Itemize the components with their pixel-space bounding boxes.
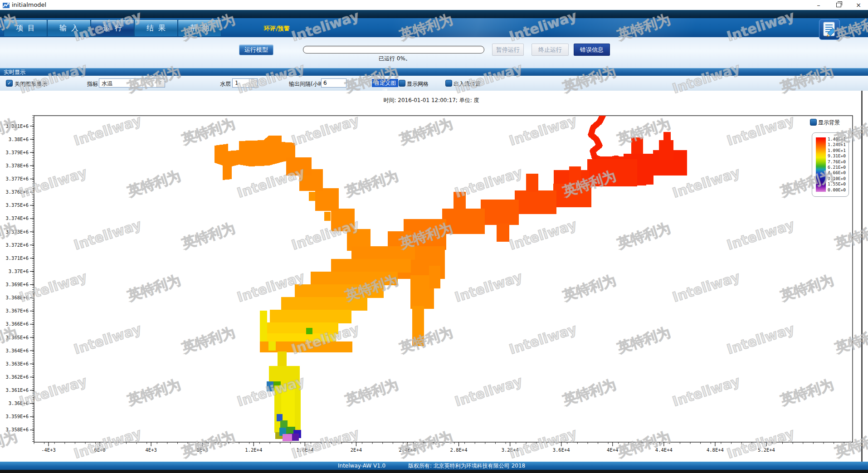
legend-value: 9.31E+0: [828, 153, 848, 159]
flow-position-checkbox[interactable]: [445, 80, 452, 87]
top-dark-strip: [0, 10, 868, 18]
svg-text:-4E+3: -4E+3: [41, 447, 56, 453]
title-bar: initialmodel – ×: [0, 0, 868, 10]
svg-text:3.375E+6: 3.375E+6: [5, 202, 29, 208]
stop-run-button[interactable]: 终止运行: [532, 44, 569, 56]
legend-value: 7.76E+0: [828, 159, 848, 165]
app-version: Intelway-AW V1.0: [338, 462, 385, 470]
svg-text:3.365E+6: 3.365E+6: [5, 335, 29, 340]
indicator-label: 指标: [87, 80, 98, 88]
legend-value: 1.55E+0: [828, 181, 848, 187]
svg-text:4.8E+4: 4.8E+4: [707, 447, 724, 453]
bottom-dark-strip: [0, 470, 868, 473]
chevron-down-icon: ˅: [249, 79, 257, 87]
indicator-value: 水温: [102, 80, 112, 88]
flow-position-label: 出入流位置: [454, 80, 481, 88]
svg-text:3.366E+6: 3.366E+6: [5, 321, 29, 327]
error-info-button[interactable]: 错误信息: [574, 44, 610, 56]
svg-text:3.372E+6: 3.372E+6: [5, 242, 29, 248]
svg-text:8E+3: 8E+3: [197, 447, 208, 453]
svg-text:3.378E+6: 3.378E+6: [5, 163, 29, 168]
close-graph-label: 关闭图形显示: [15, 80, 47, 88]
svg-text:0E+0: 0E+0: [94, 447, 105, 453]
close-graph-checkbox[interactable]: ✓: [6, 80, 13, 87]
color-gradient-bar: [816, 137, 826, 192]
layer-label: 水层: [220, 80, 231, 88]
svg-text:3.2E+4: 3.2E+4: [502, 447, 519, 453]
svg-text:4E+4: 4E+4: [607, 447, 618, 453]
svg-text:3.359E+6: 3.359E+6: [5, 414, 29, 419]
realtime-display-header: 实时显示: [0, 68, 868, 76]
svg-text:3.379E+6: 3.379E+6: [5, 150, 29, 155]
interval-input[interactable]: [321, 78, 346, 88]
show-background-checkbox[interactable]: [810, 119, 817, 126]
show-grid-label: 显示网格: [407, 80, 429, 88]
svg-text:2E+4: 2E+4: [351, 447, 362, 453]
svg-text:3.373E+6: 3.373E+6: [5, 229, 29, 234]
svg-text:3.369E+6: 3.369E+6: [5, 282, 29, 287]
legend-value: 1.40E+1: [828, 137, 848, 142]
copyright: 版权所有: 北京英特利为环境科技有限公司 2018: [408, 462, 525, 470]
application-window: initialmodel – × 项目输入运行结果帮助 环评/预警 运行模型: [0, 0, 868, 473]
custom-colormap-button[interactable]: 自定义图谱: [372, 79, 398, 87]
svg-text:1.2E+4: 1.2E+4: [245, 447, 262, 453]
notepad-pencil-icon: [819, 20, 839, 39]
svg-text:4.4E+4: 4.4E+4: [655, 447, 673, 453]
color-scale-legend: 1.40E+11.24E+11.09E+19.31E+07.76E+06.21E…: [812, 132, 849, 197]
env-warning-label[interactable]: 环评/预警: [264, 24, 290, 33]
svg-text:3.362E+6: 3.362E+6: [5, 374, 29, 380]
show-grid-checkbox[interactable]: [399, 80, 405, 87]
restore-button[interactable]: [831, 0, 846, 10]
chevron-down-icon: ˅: [156, 79, 165, 87]
svg-text:3.371E+6: 3.371E+6: [5, 255, 29, 261]
pause-run-button[interactable]: 暂停运行: [492, 44, 524, 56]
svg-text:3.364E+6: 3.364E+6: [5, 348, 29, 353]
svg-text:3.381E+6: 3.381E+6: [5, 123, 29, 129]
svg-text:1.6E+4: 1.6E+4: [296, 447, 313, 453]
restore-icon: [836, 3, 841, 7]
svg-text:3.38E+6: 3.38E+6: [9, 137, 29, 142]
svg-text:3.36E+6: 3.36E+6: [9, 400, 29, 406]
progress-bar: [303, 46, 484, 54]
svg-text:3.368E+6: 3.368E+6: [5, 295, 29, 300]
layer-value: 1: [235, 80, 239, 86]
legend-value: 3.10E+0: [828, 176, 848, 181]
window-title: initialmodel: [12, 1, 46, 8]
tab-4[interactable]: 结果: [134, 20, 178, 37]
svg-text:3.376E+6: 3.376E+6: [5, 189, 29, 195]
legend-value: 1.24E+1: [828, 142, 848, 147]
legend-value: 6.21E+0: [828, 165, 848, 170]
run-model-button[interactable]: 运行模型: [239, 44, 273, 55]
svg-text:4E+3: 4E+3: [145, 447, 156, 453]
svg-text:3.358E+6: 3.358E+6: [5, 427, 29, 432]
legend-value: 0.00E+0: [828, 187, 848, 193]
map-chart-area: 时间: 2016-01-01 12:00:17; 单位: 度 3.381E+63…: [0, 91, 868, 462]
legend-value: 4.66E+0: [828, 170, 848, 176]
run-toolbar: 运行模型 已运行 0%。 暂停运行 终止运行 错误信息: [0, 37, 868, 68]
svg-text:3.367E+6: 3.367E+6: [5, 308, 29, 313]
svg-text:3.361E+6: 3.361E+6: [5, 387, 29, 393]
svg-text:3.6E+4: 3.6E+4: [553, 447, 570, 453]
svg-text:3.377E+6: 3.377E+6: [5, 176, 29, 181]
menu-bar: 项目输入运行结果帮助: [0, 18, 868, 37]
svg-text:2.4E+4: 2.4E+4: [399, 447, 416, 453]
tab-3[interactable]: 运行: [91, 20, 134, 37]
show-background-label: 显示背景: [818, 119, 840, 127]
interval-label: 输出间隔(小时): [289, 80, 326, 88]
window-right-edge: [861, 91, 863, 462]
status-bar: Intelway-AW V1.0 版权所有: 北京英特利为环境科技有限公司 20…: [0, 462, 868, 470]
tab-2[interactable]: 输入: [47, 20, 91, 37]
close-button[interactable]: ×: [851, 0, 866, 10]
tab-5[interactable]: 帮助: [178, 20, 221, 37]
minimize-button[interactable]: –: [811, 0, 826, 10]
legend-values: 1.40E+11.24E+11.09E+19.31E+07.76E+06.21E…: [828, 137, 848, 193]
app-icon: [3, 2, 10, 9]
realtime-controls-row: ✓ 关闭图形显示 指标 水温 ˅ 水层 1 ˅ 输出间隔(小时) 自定义图谱 显…: [0, 76, 868, 91]
temperature-map-plot: 3.381E+63.38E+63.379E+63.378E+63.377E+63…: [0, 91, 868, 462]
svg-text:5.2E+4: 5.2E+4: [758, 447, 775, 453]
notes-button[interactable]: [819, 19, 840, 40]
svg-text:3.363E+6: 3.363E+6: [5, 361, 29, 366]
tab-1[interactable]: 项目: [4, 20, 47, 37]
layer-dropdown[interactable]: 1 ˅: [232, 78, 258, 88]
indicator-dropdown[interactable]: 水温 ˅: [99, 78, 165, 88]
